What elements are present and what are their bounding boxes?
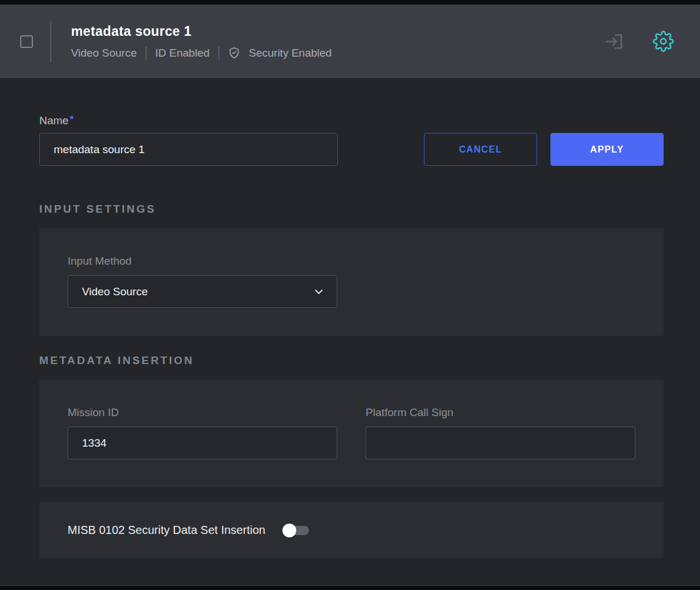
mission-id-field-group: Mission ID	[68, 406, 337, 459]
import-button[interactable]	[604, 32, 624, 51]
mission-id-label: Mission ID	[68, 406, 337, 419]
misb-label: MISB 0102 Security Data Set Insertion	[68, 524, 265, 537]
misb-toggle[interactable]	[282, 523, 310, 538]
header-actions	[604, 31, 674, 52]
input-method-label: Input Method	[68, 255, 635, 268]
apply-button[interactable]: APPLY	[550, 133, 664, 166]
toggle-knob	[282, 524, 296, 537]
input-method-select[interactable]: Video Source	[68, 275, 337, 308]
chevron-down-icon	[312, 285, 325, 298]
name-field-group: Name•	[39, 114, 338, 166]
header-divider	[50, 21, 51, 62]
content: Name• CANCEL APPLY INPUT SETTINGS Input …	[0, 78, 700, 585]
status-security-enabled: Security Enabled	[249, 47, 332, 60]
form-actions: CANCEL APPLY	[424, 133, 664, 166]
cancel-button[interactable]: CANCEL	[424, 133, 537, 166]
misb-panel: MISB 0102 Security Data Set Insertion	[39, 502, 664, 558]
input-settings-panel: Input Method Video Source	[39, 228, 664, 336]
input-method-value: Video Source	[82, 285, 148, 298]
select-checkbox[interactable]	[20, 35, 33, 48]
metadata-insertion-heading: METADATA INSERTION	[39, 354, 664, 367]
status-id-enabled: ID Enabled	[155, 47, 210, 60]
status-source-type: Video Source	[71, 47, 137, 60]
metadata-insertion-panel: Mission ID Platform Call Sign	[39, 380, 664, 487]
page-title: metadata source 1	[71, 24, 332, 39]
settings-button[interactable]	[653, 31, 674, 52]
header: metadata source 1 Video Source ID Enable…	[0, 5, 700, 78]
status-row: Video Source ID Enabled Security Enabled	[71, 47, 332, 60]
gear-icon	[653, 31, 674, 52]
status-divider	[218, 47, 219, 60]
name-label-text: Name	[39, 114, 69, 127]
metadata-source-card: metadata source 1 Video Source ID Enable…	[0, 5, 700, 586]
metadata-fields-row: Mission ID Platform Call Sign	[68, 406, 635, 459]
platform-call-sign-field-group: Platform Call Sign	[366, 406, 635, 459]
name-row: Name• CANCEL APPLY	[39, 114, 664, 166]
import-icon	[604, 32, 624, 51]
name-label: Name•	[39, 114, 338, 127]
mission-id-input[interactable]	[68, 426, 337, 459]
input-settings-heading: INPUT SETTINGS	[39, 203, 664, 216]
platform-call-sign-label: Platform Call Sign	[366, 406, 635, 419]
platform-call-sign-input[interactable]	[366, 426, 635, 459]
shield-check-icon	[228, 47, 240, 59]
status-divider	[146, 47, 147, 60]
name-input[interactable]	[39, 133, 338, 166]
required-indicator: •	[70, 111, 74, 124]
title-block: metadata source 1 Video Source ID Enable…	[71, 24, 332, 60]
